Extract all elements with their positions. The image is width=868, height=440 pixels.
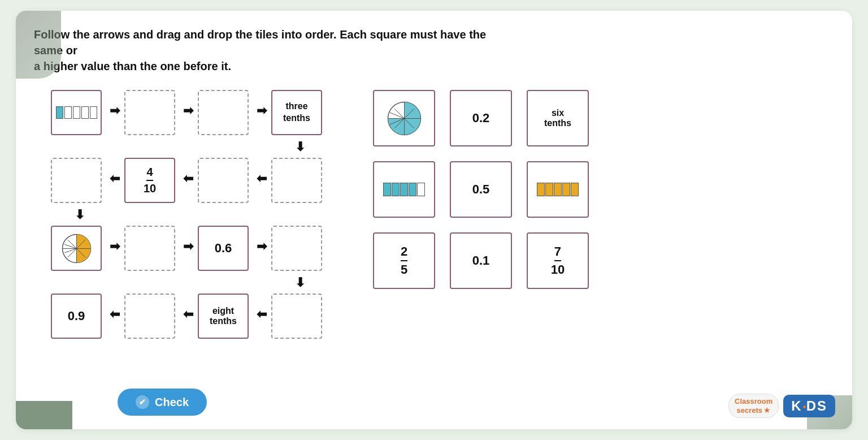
puzzle-tile-r4c2[interactable] bbox=[124, 294, 175, 339]
puzzle-tile-r2c2[interactable]: 4 10 bbox=[124, 158, 175, 203]
tile-bank-six-tenths[interactable]: six tenths bbox=[527, 90, 589, 146]
arrow-r2-left2: ⬅ bbox=[180, 170, 197, 187]
arrow-r1-1: ➡ bbox=[106, 102, 123, 119]
puzzle-tile-r2c3[interactable] bbox=[198, 158, 249, 203]
corner-decoration-tl bbox=[16, 11, 61, 79]
arrow-r3-right2: ➡ bbox=[180, 238, 197, 255]
puzzle-tile-r4c4[interactable] bbox=[271, 294, 322, 339]
puzzle-area: ➡ ➡ ➡ three tenths bbox=[34, 84, 350, 384]
puzzle-tile-r2c4[interactable] bbox=[271, 158, 322, 203]
three-tenths-label: three tenths bbox=[283, 101, 310, 124]
tile-bank-bar-blue-4[interactable] bbox=[373, 161, 435, 218]
arrow-r3-right3: ➡ bbox=[253, 238, 270, 255]
secrets-text: secrets bbox=[736, 406, 762, 415]
classroom-text: Classroom bbox=[735, 397, 772, 406]
fraction-7-10: 7 10 bbox=[551, 244, 565, 277]
puzzle-tile-r3c1[interactable] bbox=[51, 226, 102, 271]
tile-bank-0-5[interactable]: 0.5 bbox=[450, 161, 512, 218]
puzzle-grid: ➡ ➡ ➡ three tenths bbox=[34, 84, 339, 384]
puzzle-tile-r1c3[interactable] bbox=[198, 90, 249, 135]
arrow-r3-right1: ➡ bbox=[106, 238, 123, 255]
content-area: ➡ ➡ ➡ three tenths bbox=[34, 84, 834, 384]
bar-blue-1 bbox=[56, 106, 97, 119]
puzzle-tile-r4c1[interactable]: 0.9 bbox=[51, 294, 102, 339]
tile-bank-0-2[interactable]: 0.2 bbox=[450, 90, 512, 146]
puzzle-tile-r2c1[interactable] bbox=[51, 158, 102, 203]
tile-bank-0-1[interactable]: 0.1 bbox=[450, 232, 512, 289]
arrow-down-3: ⬇ bbox=[292, 274, 309, 291]
corner-decoration-bl bbox=[16, 401, 72, 429]
puzzle-tile-r4c3[interactable]: eight tenths bbox=[198, 294, 249, 339]
puzzle-tile-r3c3[interactable]: 0.6 bbox=[198, 226, 249, 271]
pie-blue-icon bbox=[386, 100, 423, 137]
tile-bank-7-10[interactable]: 7 10 bbox=[527, 232, 589, 289]
tile-bank: 0.2 six tenths bbox=[373, 84, 834, 384]
decimal-0-6: 0.6 bbox=[215, 241, 232, 256]
arrow-r4-left2: ⬅ bbox=[180, 306, 197, 323]
instruction-text: Follow the arrows and drag and drop the … bbox=[34, 27, 497, 74]
puzzle-tile-r1c4[interactable]: three tenths bbox=[271, 90, 322, 135]
branding: Classroom secrets ★ KDS bbox=[728, 394, 835, 418]
arrow-down-1: ⬇ bbox=[292, 139, 309, 156]
tile-bank-pie-blue[interactable] bbox=[373, 90, 435, 146]
check-button[interactable]: ✔ Check bbox=[118, 389, 207, 416]
tile-bank-bar-yellow-5[interactable] bbox=[527, 161, 589, 218]
puzzle-tile-r1c2[interactable] bbox=[124, 90, 175, 135]
arrow-r4-left3: ⬅ bbox=[253, 306, 270, 323]
puzzle-tile-r1c1[interactable] bbox=[51, 90, 102, 135]
tile-bank-2-5[interactable]: 2 5 bbox=[373, 232, 435, 289]
fraction-2-5: 2 5 bbox=[401, 244, 407, 277]
arrow-down-2: ⬇ bbox=[71, 206, 88, 223]
pie-yellow-icon bbox=[61, 233, 92, 264]
kids-logo: KDS bbox=[783, 395, 835, 417]
puzzle-tile-r3c2[interactable] bbox=[124, 226, 175, 271]
fraction-4-10: 4 10 bbox=[144, 166, 156, 195]
star-icon: ★ bbox=[763, 406, 771, 415]
check-icon: ✔ bbox=[136, 395, 149, 409]
main-card: Follow the arrows and drag and drop the … bbox=[16, 11, 852, 429]
arrow-r4-left1: ⬅ bbox=[106, 306, 123, 323]
arrow-r2-left3: ⬅ bbox=[253, 170, 270, 187]
arrow-r1-2: ➡ bbox=[180, 102, 197, 119]
bar-blue-4-cells bbox=[383, 183, 425, 196]
decimal-0-9: 0.9 bbox=[68, 309, 85, 323]
puzzle-tile-r3c4[interactable] bbox=[271, 226, 322, 271]
bar-yellow-5-cells bbox=[537, 183, 579, 196]
arrow-r1-3: ➡ bbox=[253, 102, 270, 119]
eight-tenths-label: eight tenths bbox=[210, 306, 237, 326]
arrow-r2-left1: ⬅ bbox=[106, 170, 123, 187]
check-label: Check bbox=[155, 396, 189, 409]
